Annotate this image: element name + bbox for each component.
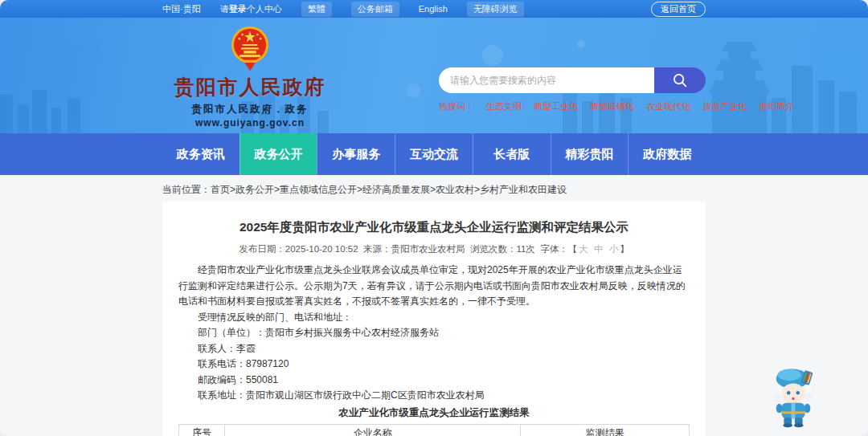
contact-line-phone: 联系电话：87987120 [178,357,690,373]
nav-item-news[interactable]: 政务资讯 [162,133,240,175]
font-size-small-button[interactable]: 小 [608,244,620,254]
contact-line-address: 联系地址：贵阳市观山湖区市级行政中心二期C区贵阳市农业农村局 [178,388,690,404]
site-header-banner: 贵阳市人民政府 贵阳市人民政府．政务 www.guiyang.gov.cn 热搜… [0,18,868,133]
search-input[interactable] [439,67,654,93]
login-pre: 请 [220,4,229,14]
topbar-item-english[interactable]: English [419,4,448,14]
browser-page: 中国·贵阳 请登录个人中心 繁體 公务邮箱 English 无障碍浏览 返回首页 [0,0,868,436]
topbar-item-login[interactable]: 请登录个人中心 [220,3,282,15]
search-button[interactable] [654,67,706,93]
nav-item-wonderful-guiyang[interactable]: 精彩贵阳 [551,133,628,175]
site-subtitle: 贵阳市人民政府．政务 [192,103,309,116]
contact-line-postcode: 邮政编码：550081 [178,373,690,389]
login-bold: 登录 [229,4,247,14]
site-logo-home-link[interactable]: 贵阳市人民政府 贵阳市人民政府．政务 www.guiyang.gov.cn [162,18,338,128]
hot-word[interactable]: 新型工业化 [534,100,578,112]
hot-search-row: 热搜词： 生态文明 新型工业化 新型城镇化 农业现代化 旅游产业化 贵阳简介 [439,100,706,112]
topbar-item-accessibility[interactable]: 无障碍浏览 [467,2,524,17]
meta-source: 来源：贵阳市农业农村局 [363,244,465,254]
top-utility-bar: 中国·贵阳 请登录个人中心 繁體 公务邮箱 English 无障碍浏览 返回首页 [0,0,868,18]
article-title: 2025年度贵阳市农业产业化市级重点龙头企业运行监测和评定结果公示 [178,219,690,236]
topbar-menu: 中国·贵阳 请登录个人中心 繁體 公务邮箱 English 无障碍浏览 [162,2,524,17]
hot-word[interactable]: 贵阳简介 [759,100,794,112]
article-paragraph: 受理情况反映的部门、电话和地址： [178,310,690,326]
breadcrumb: 当前位置：首页>政务公开>重点领域信息公开>经济高质量发展>农业农村>乡村产业和… [162,175,706,197]
login-post: 个人中心 [247,4,282,14]
breadcrumb-trail[interactable]: 首页>政务公开>重点领域信息公开>经济高质量发展>农业农村>乡村产业和农田建设 [211,184,567,195]
site-url: www.guiyang.gov.cn [195,117,305,128]
hot-word[interactable]: 旅游产业化 [702,100,747,112]
meta-font-close: 】 [620,244,629,254]
search-area: 热搜词： 生态文明 新型工业化 新型城镇化 农业现代化 旅游产业化 贵阳简介 [439,18,706,128]
article-body: 经贵阳市农业产业化市级重点龙头企业联席会议成员单位审定，现对2025年开展的农业… [178,263,690,404]
meta-publish-date: 发布日期：2025-10-20 10:52 [239,244,358,254]
results-table-title: 农业产业化市级重点龙头企业运行监测结果 [178,406,690,420]
article-paragraph: 经贵阳市农业产业化市级重点龙头企业联席会议成员单位审定，现对2025年开展的农业… [178,263,690,310]
breadcrumb-label: 当前位置： [162,184,211,195]
nav-item-gov-affairs-open[interactable]: 政务公开 [240,133,317,175]
topbar-item-mail[interactable]: 公务邮箱 [351,2,399,17]
monitoring-results-table: 序号 企业名称 监测结果 1 贵州合力超市采购有限公司 合格 2 贵州友禾种业有… [178,424,690,436]
header-cell-result: 监测结果 [521,424,690,436]
meta-views: 浏览次数：11次 [470,244,535,254]
content-area: 当前位置：首页>政务公开>重点领域信息公开>经济高质量发展>农业农村>乡村产业和… [0,175,868,436]
mascot-assistant[interactable] [768,365,818,428]
article-card: 2025年度贵阳市农业产业化市级重点龙头企业运行监测和评定结果公示 发布日期：2… [162,202,706,436]
site-title: 贵阳市人民政府 [174,74,326,100]
topbar-item-region[interactable]: 中国·贵阳 [162,3,201,15]
hot-word[interactable]: 新型城镇化 [590,100,634,112]
table-header-row: 序号 企业名称 监测结果 [179,424,690,436]
header-cell-no: 序号 [179,424,225,436]
nav-item-services[interactable]: 办事服务 [317,133,395,175]
hot-search-label: 热搜词： [439,100,474,112]
font-size-large-button[interactable]: 大 [577,244,590,254]
back-to-home-button[interactable]: 返回首页 [651,2,706,17]
meta-font-label: 字体：【 [540,244,577,254]
contact-line-person: 联系人：李霞 [178,341,690,357]
contact-line-department: 部门（单位）：贵阳市乡村振兴服务中心农村经济服务站 [178,325,690,341]
national-emblem-icon [229,26,271,72]
hot-word[interactable]: 生态文明 [486,100,522,112]
nav-item-senior-version[interactable]: 长者版 [473,133,551,175]
topbar-item-traditional[interactable]: 繁體 [301,2,332,17]
header-cell-company: 企业名称 [225,424,521,436]
nav-item-interaction[interactable]: 互动交流 [395,133,473,175]
main-navigation: 政务资讯 政务公开 办事服务 互动交流 长者版 精彩贵阳 政府数据 [0,133,868,175]
nav-item-gov-data[interactable]: 政府数据 [628,133,706,175]
search-icon [671,71,689,89]
font-size-medium-button[interactable]: 中 [592,244,605,254]
hot-word[interactable]: 农业现代化 [646,100,690,112]
article-meta: 发布日期：2025-10-20 10:52 来源：贵阳市农业农村局 浏览次数：1… [178,243,690,255]
